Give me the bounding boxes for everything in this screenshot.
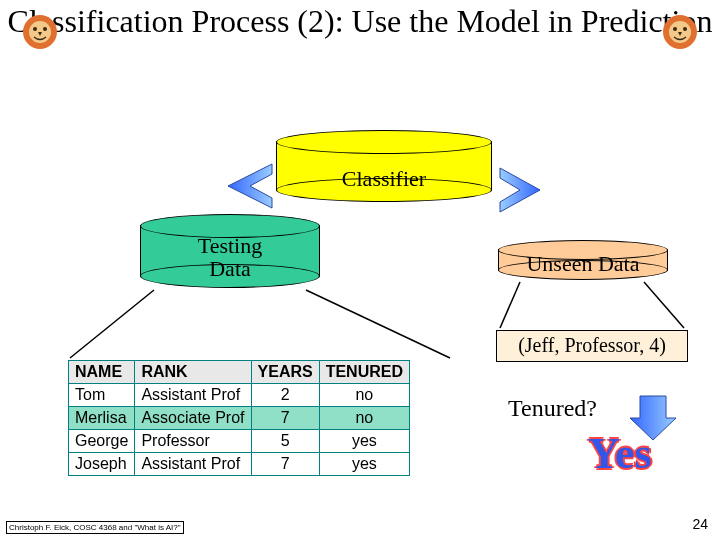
svg-point-6 (673, 27, 677, 31)
unseen-data-label: Unseen Data (498, 251, 668, 277)
cell-years: 2 (251, 384, 319, 407)
testing-data-label: TestingData (140, 234, 320, 280)
table-row: TomAssistant Prof2no (69, 384, 410, 407)
slide-title: Classification Process (2): Use the Mode… (0, 4, 720, 39)
svg-marker-9 (500, 168, 540, 212)
classifier-label: Classifier (276, 166, 492, 192)
svg-line-11 (306, 290, 450, 358)
unseen-data-cylinder: Unseen Data (498, 240, 668, 280)
cell-rank: Assistant Prof (135, 384, 251, 407)
svg-point-7 (683, 27, 687, 31)
cell-tenured: no (319, 384, 409, 407)
table-row: GeorgeProfessor5yes (69, 430, 410, 453)
col-header: NAME (69, 361, 135, 384)
svg-line-13 (644, 282, 684, 328)
cell-name: Joseph (69, 453, 135, 476)
cell-tenured: no (319, 407, 409, 430)
credit-line: Christoph F. Eick, COSC 4368 and "What i… (6, 521, 184, 534)
testing-data-cylinder: TestingData (140, 214, 320, 288)
table-row: MerlisaAssociate Prof7no (69, 407, 410, 430)
cell-tenured: yes (319, 453, 409, 476)
unseen-tuple: (Jeff, Professor, 4) (496, 330, 688, 362)
cell-name: George (69, 430, 135, 453)
cell-years: 5 (251, 430, 319, 453)
lion-logo-left (20, 12, 60, 52)
svg-line-10 (70, 290, 154, 358)
col-header: YEARS (251, 361, 319, 384)
cell-years: 7 (251, 453, 319, 476)
cell-name: Tom (69, 384, 135, 407)
col-header: RANK (135, 361, 251, 384)
cell-rank: Associate Prof (135, 407, 251, 430)
svg-point-2 (33, 27, 37, 31)
page-number: 24 (692, 516, 708, 532)
lion-logo-right (660, 12, 700, 52)
arrow-left-icon (228, 164, 272, 208)
testing-table: NAMERANKYEARSTENURED TomAssistant Prof2n… (68, 360, 410, 476)
cell-rank: Assistant Prof (135, 453, 251, 476)
brace-lines-icon (70, 290, 450, 358)
cell-years: 7 (251, 407, 319, 430)
col-header: TENURED (319, 361, 409, 384)
cell-name: Merlisa (69, 407, 135, 430)
prediction-result: Yes (588, 428, 652, 479)
unseen-connector-icon (500, 282, 684, 328)
arrow-right-icon (500, 168, 540, 212)
svg-marker-8 (228, 164, 272, 208)
cell-tenured: yes (319, 430, 409, 453)
svg-point-3 (43, 27, 47, 31)
svg-line-12 (500, 282, 520, 328)
cell-rank: Professor (135, 430, 251, 453)
question-label: Tenured? (508, 395, 597, 422)
classifier-cylinder: Classifier (276, 130, 492, 202)
table-row: JosephAssistant Prof7yes (69, 453, 410, 476)
